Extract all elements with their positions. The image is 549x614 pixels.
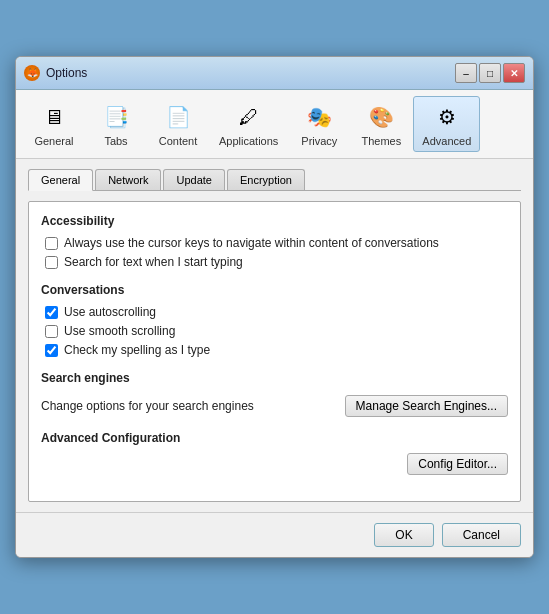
toolbar-general[interactable]: 🖥 General (24, 96, 84, 152)
toolbar-tabs[interactable]: 📑 Tabs (86, 96, 146, 152)
window-title: Options (46, 66, 87, 80)
tabs-bar: General Network Update Encryption (28, 169, 521, 191)
toolbar-advanced[interactable]: ⚙ Advanced (413, 96, 480, 152)
autoscrolling-label: Use autoscrolling (64, 305, 156, 319)
smooth-scrolling-label: Use smooth scrolling (64, 324, 175, 338)
titlebar-left: 🦊 Options (24, 65, 87, 81)
content-icon: 📄 (162, 101, 194, 133)
toolbar-content-label: Content (159, 135, 198, 147)
spell-check-checkbox[interactable] (45, 344, 58, 357)
minimize-button[interactable]: – (455, 63, 477, 83)
cancel-button[interactable]: Cancel (442, 523, 521, 547)
toolbar-themes-label: Themes (361, 135, 401, 147)
conversations-title: Conversations (41, 283, 508, 297)
content-area: General Network Update Encryption Access… (16, 159, 533, 512)
options-window: 🦊 Options – □ ✕ 🖥 General 📑 Tabs 📄 Conte… (15, 56, 534, 558)
toolbar: 🖥 General 📑 Tabs 📄 Content 🖊 Application… (16, 90, 533, 159)
smooth-scrolling-checkbox[interactable] (45, 325, 58, 338)
titlebar: 🦊 Options – □ ✕ (16, 57, 533, 90)
autoscrolling-row: Use autoscrolling (41, 305, 508, 319)
spell-check-row: Check my spelling as I type (41, 343, 508, 357)
advanced-icon: ⚙ (431, 101, 463, 133)
tabs-icon: 📑 (100, 101, 132, 133)
cursor-keys-label: Always use the cursor keys to navigate w… (64, 236, 439, 250)
app-icon: 🦊 (24, 65, 40, 81)
toolbar-content[interactable]: 📄 Content (148, 96, 208, 152)
search-engines-section: Search engines Change options for your s… (41, 371, 508, 417)
ok-button[interactable]: OK (374, 523, 433, 547)
manage-search-engines-button[interactable]: Manage Search Engines... (345, 395, 508, 417)
close-button[interactable]: ✕ (503, 63, 525, 83)
applications-icon: 🖊 (233, 101, 265, 133)
tab-general[interactable]: General (28, 169, 93, 191)
cursor-keys-row: Always use the cursor keys to navigate w… (41, 236, 508, 250)
config-editor-button[interactable]: Config Editor... (407, 453, 508, 475)
conversations-section: Conversations Use autoscrolling Use smoo… (41, 283, 508, 357)
tab-encryption[interactable]: Encryption (227, 169, 305, 190)
accessibility-section: Accessibility Always use the cursor keys… (41, 214, 508, 269)
autoscrolling-checkbox[interactable] (45, 306, 58, 319)
privacy-icon: 🎭 (303, 101, 335, 133)
advanced-config-title: Advanced Configuration (41, 431, 508, 445)
search-engines-description: Change options for your search engines (41, 399, 254, 413)
search-typing-checkbox[interactable] (45, 256, 58, 269)
toolbar-themes[interactable]: 🎨 Themes (351, 96, 411, 152)
advanced-config-row: Config Editor... (41, 453, 508, 475)
smooth-scrolling-row: Use smooth scrolling (41, 324, 508, 338)
tab-network[interactable]: Network (95, 169, 161, 190)
advanced-config-section: Advanced Configuration Config Editor... (41, 431, 508, 475)
toolbar-applications-label: Applications (219, 135, 278, 147)
window-controls: – □ ✕ (455, 63, 525, 83)
toolbar-tabs-label: Tabs (104, 135, 127, 147)
cursor-keys-checkbox[interactable] (45, 237, 58, 250)
spell-check-label: Check my spelling as I type (64, 343, 210, 357)
search-typing-label: Search for text when I start typing (64, 255, 243, 269)
tab-update[interactable]: Update (163, 169, 224, 190)
search-engines-row: Change options for your search engines M… (41, 393, 508, 417)
toolbar-applications[interactable]: 🖊 Applications (210, 96, 287, 152)
general-icon: 🖥 (38, 101, 70, 133)
search-engines-title: Search engines (41, 371, 508, 385)
toolbar-general-label: General (34, 135, 73, 147)
settings-panel: Accessibility Always use the cursor keys… (28, 201, 521, 502)
toolbar-privacy[interactable]: 🎭 Privacy (289, 96, 349, 152)
search-typing-row: Search for text when I start typing (41, 255, 508, 269)
themes-icon: 🎨 (365, 101, 397, 133)
toolbar-advanced-label: Advanced (422, 135, 471, 147)
accessibility-title: Accessibility (41, 214, 508, 228)
toolbar-privacy-label: Privacy (301, 135, 337, 147)
maximize-button[interactable]: □ (479, 63, 501, 83)
footer: OK Cancel (16, 512, 533, 557)
